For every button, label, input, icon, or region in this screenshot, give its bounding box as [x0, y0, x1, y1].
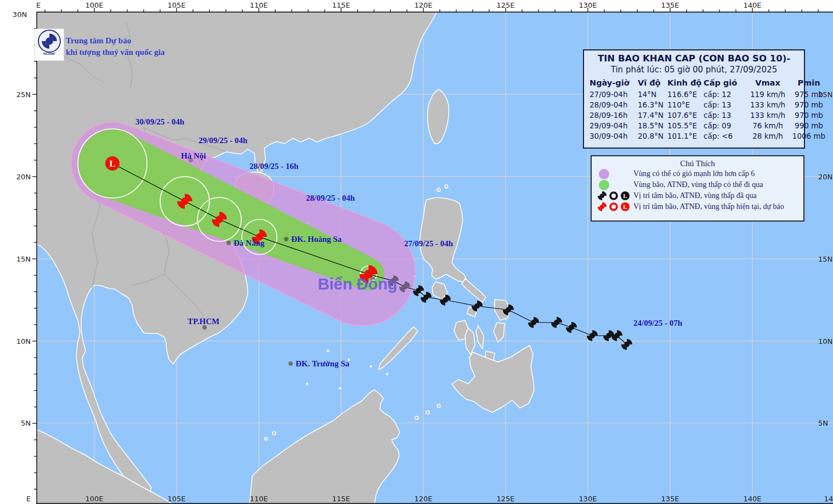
org-name-line2: khí tượng thuỷ văn quốc gia [66, 47, 165, 58]
place-label: ĐK. Hoàng Sa [291, 235, 342, 243]
island-sulu [415, 416, 418, 420]
forecast-table-cell: Vmax [744, 78, 791, 87]
forecast-table-cell: 970 mb [791, 100, 826, 109]
islet-marker [306, 383, 308, 385]
past-position-symbols: L [592, 191, 633, 201]
axis-label-lon-bottom: 130E [579, 495, 597, 503]
island-sulu [426, 411, 429, 414]
legend-item-label: Vùng có thể có gió mạnh lớn hơn cấp 6 [633, 169, 755, 178]
date-label: 29/09/25 - 04h [199, 136, 248, 145]
forecast-table-row: 28/09-16h17.4°N107.6°Ecấp: 13133 km/h970… [584, 110, 804, 120]
island-natuna [273, 432, 276, 435]
date-label: 27/09/25 - 04h [404, 239, 454, 248]
place-label: ĐK. Trường Sa [296, 359, 350, 368]
depression-ring-icon [609, 191, 619, 201]
axis-label-lat-left: 25N [16, 90, 31, 99]
forecast-table-cell: 1006 mb [791, 132, 826, 140]
purple-area-dot [599, 169, 609, 179]
forecast-table-cell: 119 km/h [744, 90, 791, 99]
island-babuyan [445, 185, 448, 188]
place-label: Hà Nội [181, 151, 206, 160]
islet-marker [339, 387, 341, 389]
date-label: 24/09/25 - 07h [633, 319, 683, 327]
forecast-table-cell: cấp: 09 [704, 121, 744, 130]
alert-issued-time: Tin phát lúc: 05 giờ 00 phút, 27/09/2025 [584, 65, 804, 75]
axis-label-lon-top: 115E [332, 1, 350, 9]
axis-label-lon-top: 135E [661, 1, 679, 9]
forecast-table-cell: 133 km/h [744, 100, 791, 109]
axis-label-lon-bottom: 110E [250, 495, 268, 503]
forecast-table-cell: 975 mb [791, 90, 826, 99]
place-label: Đà Nẵng [234, 239, 265, 247]
forecast-table-cell: cấp: 13 [704, 111, 744, 120]
nchmf-logo-text: NCHMF [43, 52, 55, 55]
forecast-table-cell: cấp: 13 [704, 100, 744, 109]
forecast-table-cell: 107.6°E [667, 111, 704, 120]
low-pressure-letter: L [109, 158, 115, 169]
place-dot [226, 241, 231, 245]
forecast-table-row: 28/09-04h16.3°N110°Ecấp: 13133 km/h970 m… [584, 99, 804, 110]
axis-label-lon-bottom: 105E [167, 495, 185, 503]
forecast-table: Ngày-giờVĩ độKinh độCấp gióVmaxPmin27/09… [584, 76, 804, 141]
axis-label-lat-right: 5N [818, 419, 828, 427]
svg-text:L: L [623, 192, 627, 199]
axis-label-clipped: E [36, 1, 41, 9]
place-dot [288, 361, 293, 366]
forecast-table-cell: cấp: <6 [704, 132, 744, 140]
nchmf-logo-icon [37, 29, 62, 53]
org-name-line1: Trung tâm Dự báo [66, 35, 165, 47]
axis-label-lon-top: 125E [496, 1, 514, 9]
typhoon-symbol-icon [597, 202, 607, 212]
legend-item-label: Vị trí tâm bão, ATNĐ, vùng thấp đã qua [633, 191, 757, 200]
islet-marker [386, 373, 388, 375]
forecast-table-row: 27/09-04h14°N116.6°Ecấp: 12119 km/h975 m… [584, 89, 804, 99]
forecast-table-cell: 17.4°N [638, 111, 667, 120]
forecast-table-cell: 105.5°E [667, 121, 704, 130]
date-label: 30/09/25 - 04h [135, 117, 185, 126]
legend-box: Chú Thích Vùng có thể có gió mạnh lớn hơ… [591, 155, 804, 222]
legend-item-label: Vị trí tâm bão, ATNĐ, vùng thấp hiện tại… [633, 202, 784, 211]
forecast-table-cell: cấp: 12 [704, 90, 744, 99]
forecast-table-cell: 27/09-04h [590, 90, 638, 99]
legend-items: Vùng có thể có gió mạnh lớn hơn cấp 6Vùn… [592, 168, 803, 212]
forecast-table-cell: 29/09-04h [590, 121, 638, 130]
date-label: 28/09/25 - 16h [250, 162, 299, 171]
legend-item: LVị trí tâm bão, ATNĐ, vùng thấp đã qua [592, 190, 803, 201]
green-area-swatch [592, 180, 633, 190]
storm-forecast-map-page: { "branding": { "org_line1": "Trung tâm … [0, 0, 833, 504]
forecast-table-cell: Pmin [791, 78, 826, 87]
forecast-table-cell: 990 mb [791, 121, 826, 130]
low-pressure-icon: L [620, 191, 630, 201]
axis-label-lat-left: 10N [16, 337, 31, 346]
place-label: TP.HCM [188, 317, 219, 326]
forecast-table-cell: 970 mb [791, 111, 826, 120]
forecast-table-cell: 16.3°N [638, 100, 667, 109]
axis-label-lon-bottom: 120E [414, 495, 432, 503]
axis-label-clipped: 30N [13, 10, 27, 19]
forecast-table-cell: Kinh độ [667, 78, 704, 87]
legend-item-label: Vùng bão, ATNĐ, vùng thấp có thể đi qua [633, 180, 763, 189]
alert-title: TIN BAO KHAN CAP (CON BAO SO 10)- [584, 53, 804, 64]
legend-item: Vùng bão, ATNĐ, vùng thấp có thể đi qua [592, 179, 803, 190]
forecast-table-header: Ngày-giờVĩ độKinh độCấp gióVmaxPmin [584, 76, 804, 89]
forecast-table-cell: Vĩ độ [638, 78, 667, 87]
forecast-table-cell: 20.8°N [638, 132, 667, 140]
axis-label-lon-bottom: 135E [661, 495, 679, 503]
axis-label-lon-bottom: 100E [85, 495, 103, 503]
org-name: Trung tâm Dự báo khí tượng thuỷ văn quốc… [66, 35, 165, 58]
current-forecast-symbols: L [592, 202, 633, 212]
low-pressure-icon: L [620, 202, 630, 212]
axis-label-lon-top: 100E [85, 1, 103, 9]
axis-label-lon-bottom: 140E [743, 495, 761, 503]
axis-label-clipped: 14 [824, 495, 833, 503]
forecast-table-cell: 14°N [638, 90, 667, 99]
legend-title: Chú Thích [592, 159, 803, 168]
date-label: 28/09/25 - 04h [306, 194, 355, 202]
axis-label-lat-right: 15N [818, 255, 832, 263]
forecast-table-row: 30/09-04h20.8°N101.1°Ecấp: <628 km/h1006… [584, 131, 804, 141]
axis-label-lon-bottom: 115E [332, 495, 350, 503]
axis-label-lon-top: 105E [167, 1, 185, 9]
place-dot [284, 237, 288, 241]
forecast-table-row: 29/09-04h18.5°N105.5°Ecấp: 0976 km/h990 … [584, 120, 804, 131]
storm-alert-box: TIN BAO KHAN CAP (CON BAO SO 10)- Tin ph… [583, 49, 805, 149]
